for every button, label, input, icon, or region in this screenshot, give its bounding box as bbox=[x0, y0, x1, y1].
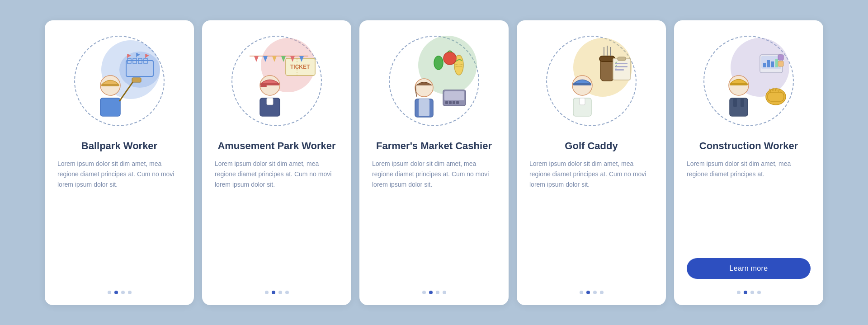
svg-rect-64 bbox=[767, 60, 770, 67]
svg-rect-75 bbox=[741, 98, 744, 107]
dot-1 bbox=[737, 291, 741, 294]
pagination-dots bbox=[580, 286, 604, 294]
dot-4 bbox=[285, 291, 289, 294]
card-body: Lorem ipsum dolor sit dim amet, mea regi… bbox=[687, 159, 811, 250]
svg-rect-63 bbox=[763, 63, 766, 67]
card-ballpark-worker: Ballpark Worker Lorem ipsum dolor sit di… bbox=[45, 20, 194, 305]
card-title: Golf Caddy bbox=[565, 140, 618, 153]
card-title: Amusement Park Worker bbox=[217, 140, 335, 153]
dot-1 bbox=[265, 291, 269, 294]
svg-rect-14 bbox=[100, 98, 120, 116]
pagination-dots bbox=[108, 286, 132, 294]
svg-rect-13 bbox=[101, 84, 119, 86]
pagination-dots bbox=[265, 286, 289, 294]
svg-rect-56 bbox=[618, 57, 626, 61]
svg-rect-31 bbox=[267, 98, 273, 105]
svg-marker-23 bbox=[272, 56, 277, 62]
svg-rect-66 bbox=[775, 59, 778, 67]
svg-rect-45 bbox=[599, 56, 615, 61]
svg-point-41 bbox=[415, 79, 433, 97]
svg-marker-21 bbox=[254, 56, 259, 62]
svg-rect-29 bbox=[260, 85, 267, 87]
svg-rect-37 bbox=[445, 101, 448, 104]
svg-rect-58 bbox=[573, 83, 591, 85]
card-body: Lorem ipsum dolor sit dim amet, mea regi… bbox=[529, 159, 653, 278]
dot-3 bbox=[593, 291, 597, 294]
illustration-svg-farmers bbox=[384, 31, 484, 131]
dot-2 bbox=[114, 291, 118, 294]
card-farmers-market-cashier: Farmer's Market Cashier Lorem ipsum dolo… bbox=[359, 20, 509, 305]
dot-1 bbox=[580, 291, 583, 294]
illustration-amusement: TICKET bbox=[227, 31, 326, 131]
dot-3 bbox=[436, 291, 439, 294]
svg-text:○: ○ bbox=[615, 67, 617, 71]
pagination-dots bbox=[422, 286, 446, 294]
learn-more-button[interactable]: Learn more bbox=[687, 258, 811, 279]
card-title: Farmer's Market Cashier bbox=[376, 140, 492, 153]
dot-2 bbox=[272, 291, 275, 294]
card-amusement-park-worker: TICKET Amusem bbox=[202, 20, 351, 305]
dot-3 bbox=[278, 291, 282, 294]
illustration-svg-ballpark bbox=[70, 31, 169, 131]
card-body: Lorem ipsum dolor sit dim amet, mea regi… bbox=[57, 159, 181, 278]
illustration-construction bbox=[699, 31, 798, 131]
dot-2 bbox=[586, 291, 590, 294]
dot-2 bbox=[429, 291, 433, 294]
svg-rect-39 bbox=[453, 101, 455, 104]
svg-point-33 bbox=[443, 52, 456, 65]
card-body: Lorem ipsum dolor sit dim amet, mea regi… bbox=[215, 159, 339, 278]
card-title: Construction Worker bbox=[699, 140, 798, 153]
svg-marker-24 bbox=[281, 56, 286, 62]
card-title: Ballpark Worker bbox=[81, 140, 157, 153]
svg-rect-65 bbox=[771, 61, 774, 67]
dot-4 bbox=[600, 291, 604, 294]
svg-rect-72 bbox=[730, 83, 748, 85]
svg-rect-74 bbox=[733, 98, 737, 107]
svg-rect-40 bbox=[456, 101, 459, 104]
card-golf-caddy: ✓ ✓ ○ Golf Caddy Lorem ipsum dolor sit d… bbox=[517, 20, 666, 305]
svg-text:TICKET: TICKET bbox=[290, 64, 310, 70]
dot-1 bbox=[108, 291, 111, 294]
svg-rect-70 bbox=[768, 92, 784, 101]
dot-4 bbox=[443, 291, 446, 294]
illustration-ballpark bbox=[70, 31, 169, 131]
illustration-svg-golf: ✓ ✓ ○ bbox=[542, 31, 641, 131]
dot-4 bbox=[757, 291, 761, 294]
svg-rect-36 bbox=[444, 91, 464, 100]
dot-3 bbox=[121, 291, 125, 294]
svg-rect-60 bbox=[580, 98, 585, 105]
svg-rect-43 bbox=[419, 99, 429, 116]
svg-rect-16 bbox=[132, 78, 141, 82]
card-construction-worker: Construction Worker Lorem ipsum dolor si… bbox=[674, 20, 823, 305]
illustration-svg-construction bbox=[699, 31, 798, 131]
svg-point-34 bbox=[434, 56, 443, 70]
cards-container: Ballpark Worker Lorem ipsum dolor sit di… bbox=[27, 7, 841, 319]
svg-rect-68 bbox=[778, 61, 783, 66]
pagination-dots bbox=[737, 286, 761, 294]
dot-3 bbox=[750, 291, 754, 294]
svg-rect-28 bbox=[260, 83, 279, 85]
illustration-golf: ✓ ✓ ○ bbox=[542, 31, 641, 131]
dot-2 bbox=[744, 291, 747, 294]
illustration-svg-amusement: TICKET bbox=[227, 31, 326, 131]
svg-rect-67 bbox=[778, 55, 783, 60]
illustration-farmers bbox=[384, 31, 484, 131]
svg-marker-22 bbox=[263, 56, 268, 62]
dot-1 bbox=[422, 291, 426, 294]
svg-rect-38 bbox=[449, 101, 452, 104]
dot-4 bbox=[128, 291, 132, 294]
card-body: Lorem ipsum dolor sit dim amet, mea regi… bbox=[372, 159, 496, 278]
svg-rect-73 bbox=[730, 98, 748, 116]
